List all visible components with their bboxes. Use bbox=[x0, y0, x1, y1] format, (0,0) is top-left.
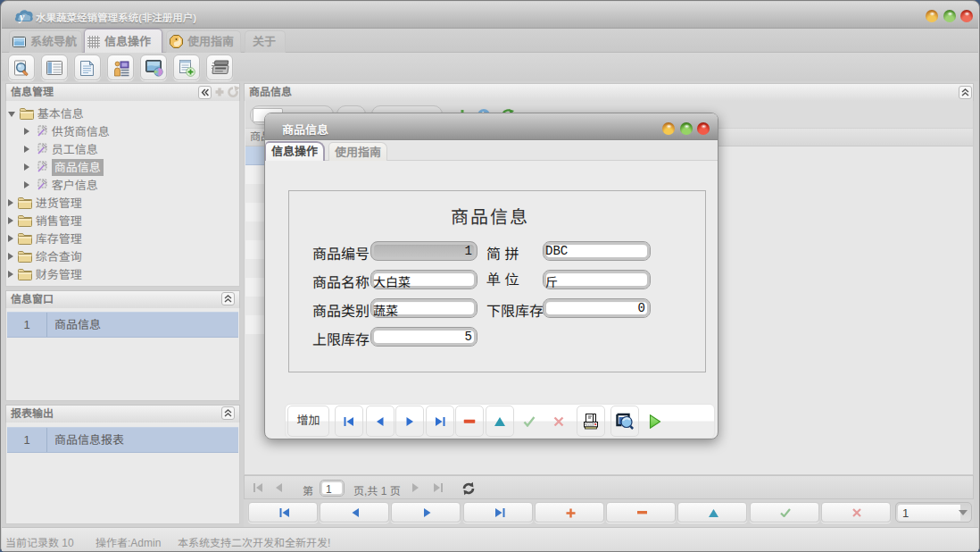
svg-text:y: y bbox=[18, 11, 25, 23]
